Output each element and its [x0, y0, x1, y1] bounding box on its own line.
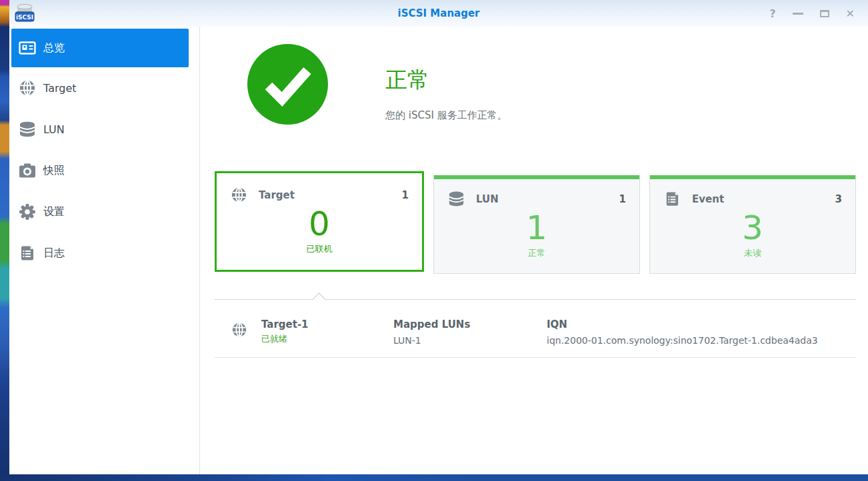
sidebar-item-label: 总览 — [43, 41, 65, 55]
target-name: Target-1 — [261, 318, 309, 330]
mapped-luns-value: LUN-1 — [393, 335, 470, 346]
globe-icon — [18, 79, 37, 97]
status-description: 您的 iSCSI 服务工作正常。 — [385, 109, 507, 122]
overview-icon — [18, 39, 37, 57]
card-count: 1 — [402, 189, 409, 201]
minimize-icon[interactable] — [793, 7, 803, 19]
sidebar-item-label: Target — [43, 82, 77, 95]
separator-notch — [313, 292, 325, 304]
mapped-luns-column: Mapped LUNs LUN-1 — [393, 318, 470, 346]
card-value: 0 — [217, 205, 422, 242]
titlebar: iSCSI Manager iSCSI ? ✕ — [9, 0, 868, 27]
camera-icon — [18, 161, 37, 180]
sidebar-item-label: 快照 — [43, 164, 65, 178]
card-sublabel: 未读 — [650, 247, 855, 259]
log-icon — [18, 244, 37, 262]
detail-separator — [215, 299, 856, 300]
card-lun[interactable]: LUN 1 1 正常 — [433, 175, 640, 274]
card-sublabel: 已联机 — [217, 243, 422, 255]
sidebar-item-settings[interactable]: 设置 — [9, 191, 199, 233]
sidebar-item-log[interactable]: 日志 — [9, 233, 199, 274]
log-icon — [663, 190, 681, 208]
status-title: 正常 — [385, 65, 429, 95]
summary-cards: Target 1 0 已联机 — [215, 171, 856, 274]
card-header: LUN 1 — [434, 179, 639, 208]
card-sublabel: 正常 — [434, 247, 639, 259]
card-event[interactable]: Event 3 3 未读 — [649, 175, 856, 274]
card-value: 3 — [650, 209, 855, 246]
card-header: Event 3 — [650, 179, 855, 208]
gear-icon — [18, 203, 37, 221]
main-content: 正常 您的 iSCSI 服务工作正常。 — [200, 27, 868, 474]
disk-stack-icon — [447, 190, 465, 208]
target-detail-row[interactable]: Target-1 已就绪 Mapped LUNs LUN-1 IQN iqn.2… — [215, 308, 856, 358]
sidebar-item-label: 日志 — [43, 246, 65, 260]
iscsi-manager-window: iSCSI Manager iSCSI ? ✕ — [9, 0, 868, 474]
sidebar-item-target[interactable]: Target — [9, 67, 199, 109]
desktop-background-strip — [0, 0, 9, 481]
window-title: iSCSI Manager — [9, 7, 868, 19]
maximize-icon[interactable] — [820, 7, 829, 19]
card-value: 1 — [434, 209, 639, 246]
card-count: 3 — [835, 193, 842, 205]
card-count: 1 — [619, 193, 626, 205]
card-target[interactable]: Target 1 0 已联机 — [215, 171, 424, 272]
iqn-label: IQN — [547, 318, 818, 330]
close-icon[interactable]: ✕ — [846, 7, 855, 19]
iqn-column: IQN iqn.2000-01.com.synology:sino1702.Ta… — [547, 318, 818, 346]
iqn-value: iqn.2000-01.com.synology:sino1702.Target… — [547, 335, 818, 346]
target-name-block: Target-1 已就绪 — [261, 318, 309, 345]
sidebar-item-label: LUN — [43, 123, 65, 136]
window-controls: ? ✕ — [769, 0, 855, 27]
desktop-taskbar — [0, 474, 868, 481]
status-check-icon — [247, 44, 328, 125]
card-header: Target 1 — [217, 173, 422, 204]
disk-stack-icon — [18, 120, 37, 139]
help-icon[interactable]: ? — [769, 7, 775, 19]
svg-text:iSCSI: iSCSI — [16, 14, 33, 21]
sidebar-item-label: 设置 — [43, 205, 65, 219]
sidebar-item-lun[interactable]: LUN — [9, 109, 199, 150]
card-title: Event — [692, 193, 724, 205]
target-status: 已就绪 — [261, 333, 309, 345]
sidebar: 总览 Target — [9, 27, 200, 474]
sidebar-item-snapshot[interactable]: 快照 — [9, 150, 199, 191]
globe-icon — [230, 186, 248, 204]
card-title: Target — [259, 189, 295, 201]
card-title: LUN — [476, 193, 499, 205]
iscsi-app-icon: iSCSI — [13, 2, 37, 25]
globe-icon — [231, 321, 248, 338]
mapped-luns-label: Mapped LUNs — [393, 318, 470, 330]
sidebar-item-overview[interactable]: 总览 — [11, 29, 189, 67]
